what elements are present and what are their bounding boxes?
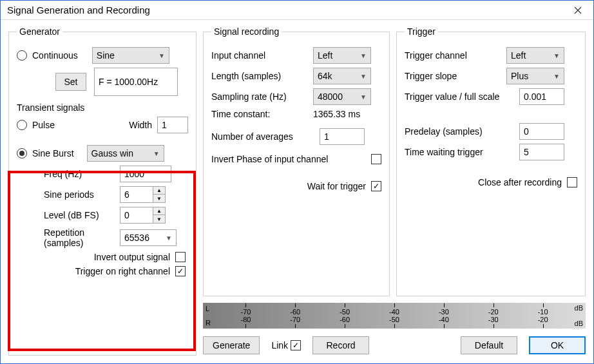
trigger-slope-select[interactable]: Plus ▼ [506, 68, 564, 84]
predelay-value: 0 [524, 126, 529, 137]
chevron-down-icon: ▼ [553, 52, 560, 59]
freq-value: 1000 [124, 169, 144, 179]
continuous-radio[interactable] [17, 50, 27, 61]
freq-label: Freq (Hz) [44, 169, 115, 179]
periods-spinner[interactable]: 6 ▲▼ [120, 186, 166, 203]
set-button-label: Set [64, 77, 77, 87]
trigger-value-label: Trigger value / full scale [405, 91, 514, 102]
sineburst-window-value: Gauss win [91, 148, 133, 158]
close-after-checkbox[interactable] [567, 177, 577, 187]
navg-input[interactable]: 1 [320, 128, 365, 145]
invert-output-label: Invert output signal [94, 252, 170, 262]
wait-label: Time waiting trigger [405, 147, 514, 157]
link-checkbox[interactable] [291, 340, 301, 350]
wait-trigger-checkbox[interactable] [371, 181, 381, 191]
chevron-down-icon: ▼ [166, 235, 172, 242]
rate-label: Sampling rate (Hz) [211, 91, 308, 102]
input-channel-select[interactable]: Left ▼ [313, 47, 371, 64]
tc-label: Time constant: [211, 109, 308, 119]
rate-select[interactable]: 48000 ▼ [313, 88, 371, 105]
invert-phase-checkbox[interactable] [371, 154, 381, 164]
trigger-channel-value: Left [511, 50, 526, 61]
pulse-width-label: Width [129, 120, 152, 130]
rate-value: 48000 [318, 91, 343, 102]
sineburst-label: Sine Burst [32, 148, 74, 158]
dialog-window: Signal Generation and Recording Generato… [0, 0, 594, 364]
transient-header: Transient signals [17, 102, 188, 113]
sineburst-radio[interactable] [17, 148, 27, 158]
trigger-right-checkbox[interactable] [175, 266, 186, 276]
ticks-bot: -80 -70 -60 -50 -40 -30 -20 [203, 321, 586, 329]
length-select[interactable]: 64k ▼ [313, 68, 371, 84]
record-button[interactable]: Record [312, 336, 369, 354]
columns: Generator Continuous Sine ▼ Set F = [8, 26, 586, 356]
level-spinner[interactable]: 0 ▲▼ [120, 207, 166, 224]
trigger-right-label: Trigger on right channel [75, 266, 170, 276]
sineburst-params: Freq (Hz) 1000 Sine periods 6 ▲▼ Level [17, 166, 188, 248]
invert-phase-label: Invert Phase of input channel [211, 154, 366, 164]
ticks-top: -70 -60 -50 -40 -30 -20 -10 [203, 303, 586, 311]
trigger-group: Trigger Trigger channel Left ▼ Trigger s… [396, 26, 586, 296]
chevron-down-icon: ▼ [360, 73, 367, 80]
freq-readout-value: F = 1000.00Hz [99, 77, 158, 87]
wait-trigger-label: Wait for trigger [307, 181, 366, 191]
trigger-legend: Trigger [405, 26, 438, 37]
titlebar: Signal Generation and Recording [1, 1, 593, 20]
pulse-width-value: 1 [162, 120, 167, 130]
freq-readout: F = 1000.00Hz [94, 68, 178, 96]
chevron-down-icon: ▼ [360, 93, 367, 101]
close-button[interactable] [565, 1, 591, 19]
down-arrow-icon[interactable]: ▼ [153, 195, 165, 202]
generate-button[interactable]: Generate [203, 336, 260, 354]
dialog-body: Generator Continuous Sine ▼ Set F = [1, 20, 593, 363]
trigger-channel-label: Trigger channel [405, 50, 501, 61]
length-label: Length (samples) [211, 71, 308, 81]
window-title: Signal Generation and Recording [7, 5, 565, 15]
pulse-radio[interactable] [17, 120, 27, 130]
link-label: Link [271, 340, 288, 350]
level-value: 0 [120, 207, 153, 223]
trigger-value-input[interactable]: 0.001 [519, 88, 564, 105]
freq-input[interactable]: 1000 [120, 166, 171, 182]
spinner-buttons[interactable]: ▲▼ [153, 187, 165, 202]
set-row: Set F = 1000.00Hz [55, 68, 188, 96]
close-after-label: Close after recording [478, 177, 562, 187]
continuous-row: Continuous Sine ▼ [17, 47, 188, 64]
trigger-value-value: 0.001 [524, 91, 546, 102]
waveform-select[interactable]: Sine ▼ [92, 47, 169, 64]
sineburst-row: Sine Burst Gauss win ▼ [17, 145, 188, 162]
pulse-row: Pulse Width 1 [17, 117, 188, 133]
level-label: Level (dB FS) [44, 210, 115, 220]
trigger-channel-select[interactable]: Left ▼ [506, 47, 564, 64]
pulse-width-input[interactable]: 1 [157, 117, 188, 133]
periods-value: 6 [120, 187, 153, 202]
up-arrow-icon[interactable]: ▲ [153, 187, 165, 195]
rep-value: 65536 [124, 233, 149, 243]
set-button[interactable]: Set [55, 73, 86, 91]
wait-value: 5 [524, 147, 529, 157]
trigger-slope-value: Plus [511, 71, 528, 81]
close-icon [574, 6, 582, 14]
predelay-input[interactable]: 0 [519, 123, 564, 140]
invert-output-checkbox[interactable] [175, 252, 186, 262]
record-label: Record [326, 340, 355, 350]
up-arrow-icon[interactable]: ▲ [153, 207, 165, 215]
sineburst-window-select[interactable]: Gauss win ▼ [87, 145, 164, 162]
default-button[interactable]: Default [461, 336, 517, 354]
input-channel-value: Left [318, 50, 332, 61]
chevron-down-icon: ▼ [153, 150, 160, 157]
predelay-label: Predelay (samples) [405, 126, 514, 137]
spinner-buttons[interactable]: ▲▼ [153, 207, 165, 223]
navg-label: Number of averages [211, 131, 314, 142]
length-value: 64k [318, 71, 332, 81]
ok-button[interactable]: OK [529, 336, 586, 354]
input-channel-label: Input channel [211, 50, 308, 61]
wait-input[interactable]: 5 [519, 144, 564, 160]
link-group: Link [271, 340, 301, 350]
rep-select[interactable]: 65536 ▼ [120, 229, 177, 246]
down-arrow-icon[interactable]: ▼ [153, 215, 165, 223]
pulse-label: Pulse [32, 120, 55, 130]
chevron-down-icon: ▼ [158, 52, 165, 59]
recording-legend: Signal recording [211, 26, 282, 37]
trigger-right-row: Trigger on right channel [17, 266, 188, 276]
